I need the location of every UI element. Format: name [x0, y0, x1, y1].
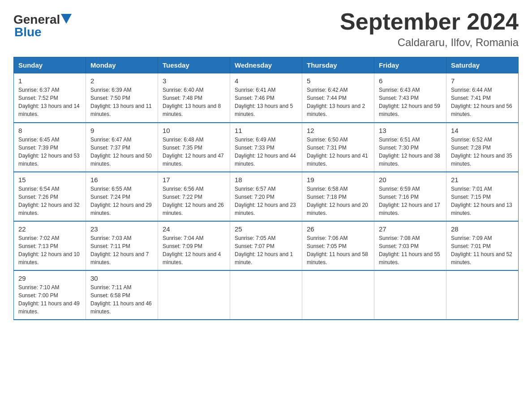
month-title: September 2024	[340, 9, 519, 34]
day-number: 3	[163, 77, 225, 85]
day-info: Sunrise: 6:40 AMSunset: 7:48 PMDaylight:…	[163, 86, 225, 118]
day-info: Sunrise: 6:50 AMSunset: 7:31 PMDaylight:…	[307, 136, 369, 168]
day-number: 21	[451, 176, 514, 184]
weekday-header-tuesday: Tuesday	[158, 57, 230, 73]
calendar-cell: 17Sunrise: 6:56 AMSunset: 7:22 PMDayligh…	[158, 172, 230, 221]
day-number: 1	[18, 77, 81, 85]
calendar-cell: 12Sunrise: 6:50 AMSunset: 7:31 PMDayligh…	[302, 123, 374, 172]
day-number: 19	[307, 176, 369, 184]
calendar-cell: 29Sunrise: 7:10 AMSunset: 7:00 PMDayligh…	[14, 270, 86, 320]
weekday-header-saturday: Saturday	[446, 57, 519, 73]
calendar-cell: 13Sunrise: 6:51 AMSunset: 7:30 PMDayligh…	[374, 123, 446, 172]
week-row-5: 29Sunrise: 7:10 AMSunset: 7:00 PMDayligh…	[14, 270, 519, 320]
day-info: Sunrise: 6:41 AMSunset: 7:46 PMDaylight:…	[235, 86, 297, 118]
day-number: 28	[451, 225, 514, 233]
day-number: 14	[451, 127, 514, 134]
day-number: 2	[90, 77, 153, 85]
day-info: Sunrise: 6:59 AMSunset: 7:16 PMDaylight:…	[379, 185, 442, 217]
calendar-cell: 22Sunrise: 7:02 AMSunset: 7:13 PMDayligh…	[14, 221, 86, 270]
day-info: Sunrise: 6:52 AMSunset: 7:28 PMDaylight:…	[451, 136, 514, 168]
day-info: Sunrise: 6:56 AMSunset: 7:22 PMDaylight:…	[163, 185, 225, 217]
calendar-cell: 16Sunrise: 6:55 AMSunset: 7:24 PMDayligh…	[86, 172, 158, 221]
day-info: Sunrise: 6:51 AMSunset: 7:30 PMDaylight:…	[379, 136, 442, 168]
day-number: 20	[379, 176, 442, 184]
day-number: 4	[235, 77, 297, 85]
day-number: 15	[18, 176, 81, 184]
weekday-header-monday: Monday	[86, 57, 158, 73]
day-info: Sunrise: 6:43 AMSunset: 7:43 PMDaylight:…	[379, 86, 442, 118]
day-info: Sunrise: 6:55 AMSunset: 7:24 PMDaylight:…	[90, 185, 153, 217]
day-number: 9	[90, 127, 153, 134]
calendar-cell: 28Sunrise: 7:09 AMSunset: 7:01 PMDayligh…	[446, 221, 519, 270]
day-info: Sunrise: 6:54 AMSunset: 7:26 PMDaylight:…	[18, 185, 81, 217]
day-info: Sunrise: 6:58 AMSunset: 7:18 PMDaylight:…	[307, 185, 369, 217]
calendar-cell: 23Sunrise: 7:03 AMSunset: 7:11 PMDayligh…	[86, 221, 158, 270]
day-number: 24	[163, 225, 225, 233]
calendar-cell: 25Sunrise: 7:05 AMSunset: 7:07 PMDayligh…	[230, 221, 302, 270]
day-info: Sunrise: 6:49 AMSunset: 7:33 PMDaylight:…	[235, 136, 297, 168]
calendar-cell: 2Sunrise: 6:39 AMSunset: 7:50 PMDaylight…	[86, 73, 158, 123]
calendar-cell: 3Sunrise: 6:40 AMSunset: 7:48 PMDaylight…	[158, 73, 230, 123]
day-info: Sunrise: 6:39 AMSunset: 7:50 PMDaylight:…	[90, 86, 153, 118]
day-number: 18	[235, 176, 297, 184]
weekday-header-row: SundayMondayTuesdayWednesdayThursdayFrid…	[14, 57, 519, 73]
calendar-table: SundayMondayTuesdayWednesdayThursdayFrid…	[13, 57, 519, 320]
day-number: 8	[18, 127, 81, 134]
day-number: 17	[163, 176, 225, 184]
calendar-cell: 11Sunrise: 6:49 AMSunset: 7:33 PMDayligh…	[230, 123, 302, 172]
day-info: Sunrise: 7:01 AMSunset: 7:15 PMDaylight:…	[451, 185, 514, 217]
day-info: Sunrise: 7:09 AMSunset: 7:01 PMDaylight:…	[451, 234, 514, 266]
calendar-cell: 19Sunrise: 6:58 AMSunset: 7:18 PMDayligh…	[302, 172, 374, 221]
day-info: Sunrise: 7:08 AMSunset: 7:03 PMDaylight:…	[379, 234, 442, 266]
logo: General Blue	[13, 9, 72, 39]
calendar-cell: 18Sunrise: 6:57 AMSunset: 7:20 PMDayligh…	[230, 172, 302, 221]
page-header: General Blue September 2024 Caldararu, I…	[13, 9, 519, 49]
weekday-header-wednesday: Wednesday	[230, 57, 302, 73]
day-info: Sunrise: 7:04 AMSunset: 7:09 PMDaylight:…	[163, 234, 225, 266]
calendar-cell	[302, 270, 374, 320]
calendar-cell: 7Sunrise: 6:44 AMSunset: 7:41 PMDaylight…	[446, 73, 519, 123]
location-title: Caldararu, Ilfov, Romania	[340, 36, 519, 49]
calendar-cell: 4Sunrise: 6:41 AMSunset: 7:46 PMDaylight…	[230, 73, 302, 123]
day-info: Sunrise: 6:44 AMSunset: 7:41 PMDaylight:…	[451, 86, 514, 118]
calendar-cell: 9Sunrise: 6:47 AMSunset: 7:37 PMDaylight…	[86, 123, 158, 172]
weekday-header-sunday: Sunday	[14, 57, 86, 73]
calendar-cell: 10Sunrise: 6:48 AMSunset: 7:35 PMDayligh…	[158, 123, 230, 172]
week-row-3: 15Sunrise: 6:54 AMSunset: 7:26 PMDayligh…	[14, 172, 519, 221]
day-info: Sunrise: 6:48 AMSunset: 7:35 PMDaylight:…	[163, 136, 225, 168]
day-number: 7	[451, 77, 514, 85]
weekday-header-thursday: Thursday	[302, 57, 374, 73]
day-info: Sunrise: 6:47 AMSunset: 7:37 PMDaylight:…	[90, 136, 153, 168]
day-info: Sunrise: 7:05 AMSunset: 7:07 PMDaylight:…	[235, 234, 297, 266]
calendar-cell	[446, 270, 519, 320]
day-number: 26	[307, 225, 369, 233]
calendar-cell: 15Sunrise: 6:54 AMSunset: 7:26 PMDayligh…	[14, 172, 86, 221]
day-number: 12	[307, 127, 369, 134]
week-row-2: 8Sunrise: 6:45 AMSunset: 7:39 PMDaylight…	[14, 123, 519, 172]
calendar-cell: 14Sunrise: 6:52 AMSunset: 7:28 PMDayligh…	[446, 123, 519, 172]
day-number: 25	[235, 225, 297, 233]
week-row-4: 22Sunrise: 7:02 AMSunset: 7:13 PMDayligh…	[14, 221, 519, 270]
calendar-cell: 27Sunrise: 7:08 AMSunset: 7:03 PMDayligh…	[374, 221, 446, 270]
day-number: 10	[163, 127, 225, 134]
day-number: 27	[379, 225, 442, 233]
calendar-cell: 6Sunrise: 6:43 AMSunset: 7:43 PMDaylight…	[374, 73, 446, 123]
day-info: Sunrise: 7:11 AMSunset: 6:58 PMDaylight:…	[90, 283, 153, 316]
calendar-cell: 21Sunrise: 7:01 AMSunset: 7:15 PMDayligh…	[446, 172, 519, 221]
day-info: Sunrise: 7:10 AMSunset: 7:00 PMDaylight:…	[18, 283, 81, 316]
day-number: 30	[90, 274, 153, 282]
day-number: 16	[90, 176, 153, 184]
day-info: Sunrise: 7:02 AMSunset: 7:13 PMDaylight:…	[18, 234, 81, 266]
svg-marker-0	[61, 14, 72, 24]
weekday-header-friday: Friday	[374, 57, 446, 73]
calendar-cell: 24Sunrise: 7:04 AMSunset: 7:09 PMDayligh…	[158, 221, 230, 270]
day-number: 5	[307, 77, 369, 85]
day-info: Sunrise: 6:57 AMSunset: 7:20 PMDaylight:…	[235, 185, 297, 217]
day-info: Sunrise: 6:42 AMSunset: 7:44 PMDaylight:…	[307, 86, 369, 118]
day-number: 11	[235, 127, 297, 134]
calendar-cell: 26Sunrise: 7:06 AMSunset: 7:05 PMDayligh…	[302, 221, 374, 270]
calendar-cell: 30Sunrise: 7:11 AMSunset: 6:58 PMDayligh…	[86, 270, 158, 320]
day-info: Sunrise: 7:06 AMSunset: 7:05 PMDaylight:…	[307, 234, 369, 266]
calendar-cell	[374, 270, 446, 320]
calendar-cell: 5Sunrise: 6:42 AMSunset: 7:44 PMDaylight…	[302, 73, 374, 123]
